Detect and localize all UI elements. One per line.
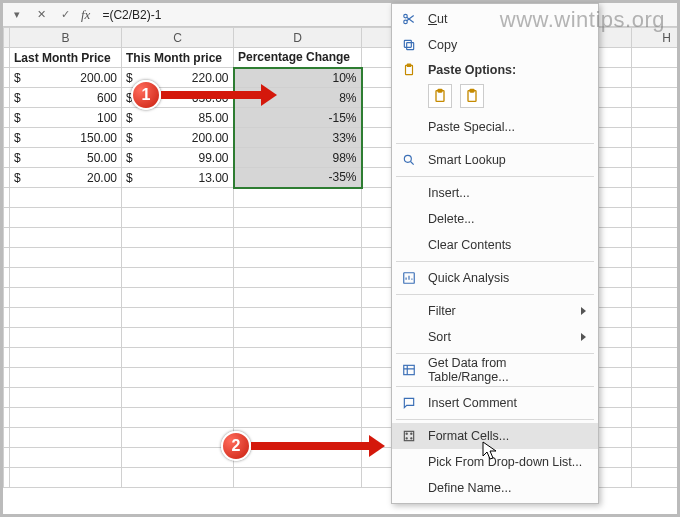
cell[interactable] [122,188,234,208]
menu-smart-lookup[interactable]: Smart Lookup [392,147,598,173]
cell[interactable] [234,448,362,468]
cell-selected[interactable]: 10% [234,68,362,88]
cell[interactable] [632,408,678,428]
cell[interactable] [632,128,678,148]
cell[interactable] [10,348,122,368]
cell[interactable] [122,328,234,348]
paste-option-default[interactable] [428,84,452,108]
cell[interactable] [122,208,234,228]
accept-formula-icon[interactable]: ✓ [57,7,73,23]
cell[interactable] [632,228,678,248]
cell[interactable] [234,188,362,208]
cell[interactable] [632,368,678,388]
cell-selected[interactable]: 98% [234,148,362,168]
cell[interactable] [10,188,122,208]
cell[interactable] [632,48,678,68]
col-header-B[interactable]: B [10,28,122,48]
formula-dropdown-icon[interactable]: ▾ [9,7,25,23]
cell[interactable] [122,268,234,288]
cell[interactable] [10,208,122,228]
cell[interactable] [632,388,678,408]
cell[interactable]: $600 [10,88,122,108]
cell[interactable]: $200.00 [122,128,234,148]
col-header-C[interactable]: C [122,28,234,48]
menu-sort[interactable]: Sort [392,324,598,350]
menu-filter[interactable]: Filter [392,298,598,324]
cell[interactable] [10,308,122,328]
cell[interactable] [10,428,122,448]
fx-label[interactable]: fx [81,7,90,23]
cell[interactable] [10,448,122,468]
menu-delete[interactable]: Delete... [392,206,598,232]
cell[interactable] [234,388,362,408]
cell[interactable] [10,288,122,308]
cell[interactable] [632,468,678,488]
cell[interactable] [234,248,362,268]
cell[interactable]: This Month price [122,48,234,68]
cell[interactable] [632,248,678,268]
menu-get-data[interactable]: Get Data from Table/Range... [392,357,598,383]
cell[interactable] [10,368,122,388]
cell[interactable]: Percentage Change [234,48,362,68]
paste-option-values[interactable] [460,84,484,108]
cell[interactable] [122,228,234,248]
menu-insert-comment[interactable]: Insert Comment [392,390,598,416]
cell[interactable] [10,388,122,408]
col-header-D[interactable]: D [234,28,362,48]
menu-paste-special[interactable]: Paste Special... [392,114,598,140]
cell[interactable] [122,368,234,388]
cell[interactable] [122,388,234,408]
cell[interactable] [632,148,678,168]
cell[interactable] [632,208,678,228]
cell[interactable] [632,448,678,468]
cell[interactable] [122,448,234,468]
cell-selected[interactable]: -15% [234,108,362,128]
cell[interactable] [234,288,362,308]
cell[interactable] [632,68,678,88]
cell[interactable] [10,408,122,428]
cell[interactable] [632,88,678,108]
cell[interactable] [632,308,678,328]
cell[interactable] [632,168,678,188]
menu-copy[interactable]: Copy [392,32,598,58]
cell[interactable] [632,348,678,368]
cell[interactable] [632,328,678,348]
cell[interactable] [122,348,234,368]
menu-pick-list[interactable]: Pick From Drop-down List... [392,449,598,475]
cell[interactable] [234,268,362,288]
cell[interactable] [234,308,362,328]
cell[interactable]: $13.00 [122,168,234,188]
cell-selected[interactable]: 33% [234,128,362,148]
cell[interactable] [632,428,678,448]
cell[interactable] [10,268,122,288]
cell[interactable] [122,288,234,308]
cell[interactable] [632,188,678,208]
cell[interactable] [10,248,122,268]
cell[interactable] [632,288,678,308]
cell[interactable] [234,328,362,348]
cell[interactable] [234,468,362,488]
cell[interactable] [234,408,362,428]
cell[interactable]: $100 [10,108,122,128]
cell-selected[interactable]: 8% [234,88,362,108]
cell[interactable]: $85.00 [122,108,234,128]
cell[interactable] [10,328,122,348]
cell[interactable] [234,428,362,448]
cell[interactable] [10,228,122,248]
cell[interactable] [122,308,234,328]
cell[interactable] [234,208,362,228]
cell[interactable] [122,468,234,488]
cell[interactable] [632,108,678,128]
cell[interactable]: $99.00 [122,148,234,168]
menu-format-cells[interactable]: Format Cells... [392,423,598,449]
cell[interactable] [234,348,362,368]
menu-quick-analysis[interactable]: Quick Analysis [392,265,598,291]
cell[interactable]: $200.00 [10,68,122,88]
cell[interactable] [122,248,234,268]
cancel-formula-icon[interactable]: ✕ [33,7,49,23]
menu-define-name[interactable]: Define Name... [392,475,598,501]
menu-insert[interactable]: Insert... [392,180,598,206]
cell[interactable] [122,408,234,428]
cell[interactable] [632,268,678,288]
cell[interactable]: $20.00 [10,168,122,188]
